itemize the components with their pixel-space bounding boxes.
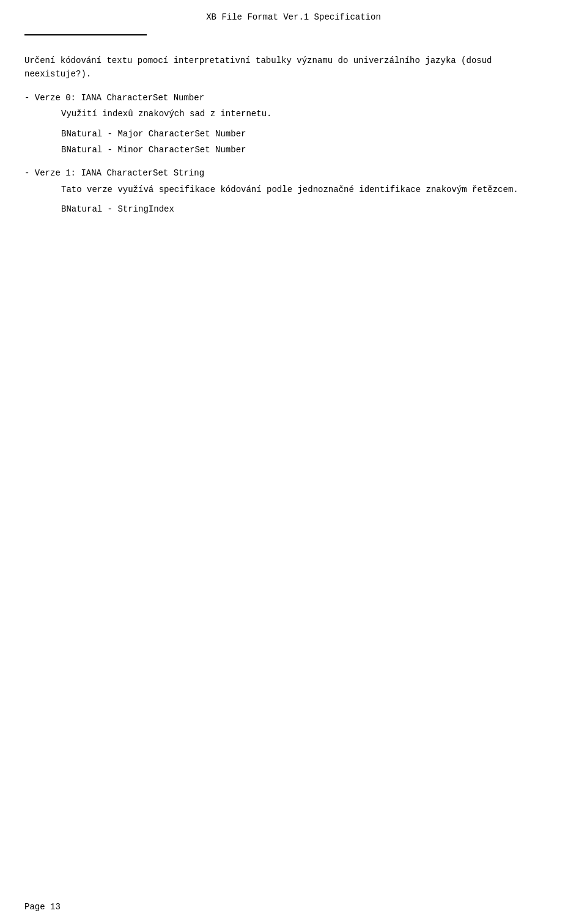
page-footer: Page 13	[24, 902, 61, 912]
page-container: XB File Format Ver.1 Specification Určen…	[0, 0, 587, 924]
bnatural-major-line: BNatural - Major CharacterSet Number	[24, 127, 563, 141]
list-item-version0: - Verze 0: IANA CharacterSet Number Využ…	[24, 91, 563, 121]
version0-label: - Verze 0: IANA CharacterSet Number	[24, 91, 563, 105]
list-item-version1: - Verze 1: IANA CharacterSet String Tato…	[24, 166, 563, 196]
version0-description: Využití indexů znakových sad z internetu…	[24, 107, 563, 120]
paragraph-intro: Určení kódování textu pomocí interpretat…	[24, 54, 563, 81]
page-header: XB File Format Ver.1 Specification	[24, 12, 563, 22]
header-underline	[24, 34, 147, 35]
content-area: Určení kódování textu pomocí interpretat…	[24, 54, 563, 216]
version1-description: Tato verze využívá specifikace kódování …	[24, 183, 563, 196]
bnatural-minor-line: BNatural - Minor CharacterSet Number	[24, 143, 563, 157]
page-number: Page 13	[24, 902, 61, 912]
intro-text: Určení kódování textu pomocí interpretat…	[24, 56, 492, 79]
bnatural-stringindex-line: BNatural - StringIndex	[24, 202, 563, 216]
header-title: XB File Format Ver.1 Specification	[206, 12, 381, 22]
version1-label: - Verze 1: IANA CharacterSet String	[24, 166, 563, 180]
